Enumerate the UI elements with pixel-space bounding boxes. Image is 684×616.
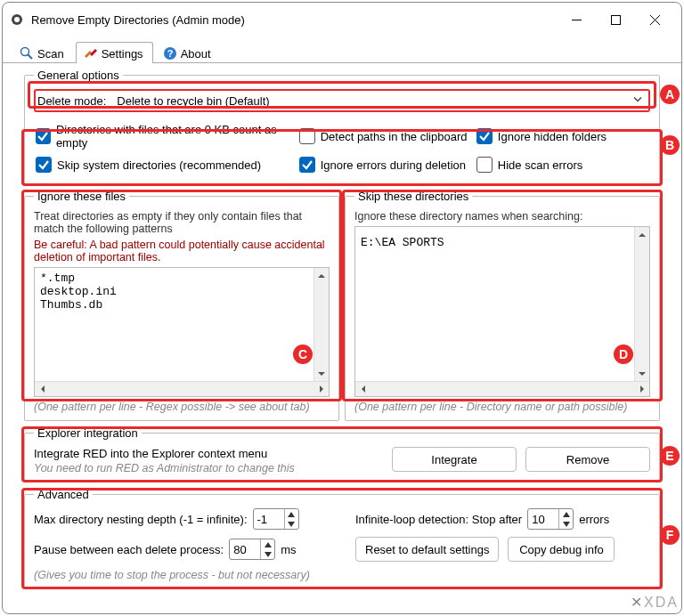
group-ignore-files: Ignore these files Treat directories as … — [24, 190, 339, 421]
titlebar: Remove Empty Directories (Admin mode) — [3, 3, 681, 36]
checkbox-label: Directories with files that are 0 KB cou… — [56, 123, 294, 150]
scrollbar-vertical[interactable] — [314, 268, 329, 381]
delete-mode-select[interactable]: Delete to recycle bin (Default) — [110, 89, 650, 112]
max-depth-label: Max directory nesting depth (-1 = infini… — [34, 513, 248, 526]
scroll-left-icon — [355, 382, 370, 397]
close-button[interactable] — [635, 6, 674, 33]
group-legend: General options — [34, 69, 123, 82]
window-title: Remove Empty Directories (Admin mode) — [31, 13, 557, 27]
integrate-button[interactable]: Integrate — [392, 447, 517, 472]
annotation-a: A — [660, 85, 680, 104]
select-value: Delete to recycle bin (Default) — [117, 94, 269, 108]
group-legend: Ignore these files — [34, 190, 129, 203]
infinite-loop-label-a: Infinite-loop detection: Stop after — [355, 513, 522, 526]
tab-scan[interactable]: Scan — [12, 42, 74, 63]
infinite-loop-spinner[interactable] — [527, 508, 574, 530]
pause-unit: ms — [281, 543, 296, 556]
svg-line-7 — [28, 54, 32, 59]
annotation-e: E — [660, 446, 680, 466]
checkbox-label: Hide scan errors — [498, 158, 582, 172]
max-depth-input[interactable] — [254, 509, 284, 529]
group-advanced: Advanced Max directory nesting depth (-1… — [24, 488, 660, 589]
pause-input[interactable] — [230, 539, 260, 559]
app-icon — [10, 12, 24, 27]
skip-dirs-subhint: (One pattern per line - Directory name o… — [354, 401, 650, 413]
checkbox-0kb-empty[interactable]: Directories with files that are 0 KB cou… — [36, 123, 294, 150]
spin-down-icon[interactable] — [285, 519, 298, 529]
explorer-line1: Integrate RED into the Explorer context … — [34, 447, 383, 460]
group-legend: Explorer integration — [34, 426, 142, 440]
checkbox-label: Ignore hidden folders — [498, 130, 607, 143]
group-legend: Advanced — [34, 488, 93, 501]
group-legend: Skip these directories — [354, 190, 472, 203]
scrollbar-horizontal[interactable] — [355, 381, 649, 396]
spin-up-icon[interactable] — [559, 509, 573, 519]
checkbox-label: Detect paths in the clipboard — [321, 130, 468, 143]
checkbox-detect-clipboard[interactable]: Detect paths in the clipboard — [299, 123, 471, 150]
textarea-content: E:\EA SPORTS — [355, 227, 649, 396]
checkbox-skip-system[interactable]: Skip system directories (recommended) — [36, 157, 294, 173]
scroll-up-icon — [314, 268, 330, 283]
tab-strip: Scan Settings ? About — [3, 36, 681, 63]
svg-text:?: ? — [167, 48, 173, 59]
minimize-button[interactable] — [557, 6, 596, 33]
scroll-up-icon — [635, 227, 650, 242]
svg-rect-3 — [611, 15, 620, 24]
tools-icon — [84, 46, 98, 61]
skip-dirs-textarea[interactable]: E:\EA SPORTS — [354, 226, 650, 397]
checkbox-label: Skip system directories (recommended) — [57, 158, 261, 172]
maximize-button[interactable] — [596, 6, 635, 33]
textarea-content: *.tmp desktop.ini Thumbs.db — [35, 268, 329, 396]
skip-dirs-hint: Ignore these directory names when search… — [354, 210, 650, 223]
tab-label: Scan — [37, 47, 64, 61]
tab-settings[interactable]: Settings — [76, 42, 153, 63]
pause-label: Pause between each delete process: — [34, 543, 224, 556]
ignore-files-subhint: (One pattern per line - Regex possible -… — [34, 401, 330, 413]
spin-up-icon[interactable] — [261, 539, 274, 549]
infinite-loop-input[interactable] — [528, 509, 558, 529]
scroll-right-icon — [634, 382, 649, 397]
annotation-b: B — [660, 135, 680, 155]
delete-mode-label: Delete mode: — [34, 89, 110, 112]
scrollbar-vertical[interactable] — [634, 227, 649, 381]
help-icon: ? — [163, 46, 177, 61]
infinite-loop-label-b: errors — [579, 513, 609, 526]
spin-down-icon[interactable] — [559, 519, 573, 529]
pause-spinner[interactable] — [229, 539, 275, 560]
ignore-files-hint: Treat directories as empty if they only … — [34, 210, 330, 235]
group-explorer: Explorer integration Integrate RED into … — [24, 426, 660, 482]
checkbox-hide-scan-errors[interactable]: Hide scan errors — [476, 157, 648, 173]
max-depth-spinner[interactable] — [253, 508, 299, 530]
scroll-down-icon — [314, 366, 330, 381]
scroll-left-icon — [35, 382, 50, 397]
pause-hint: (Gives you time to stop the process - bu… — [34, 569, 650, 581]
ignore-files-textarea[interactable]: *.tmp desktop.ini Thumbs.db — [34, 267, 330, 397]
tab-about[interactable]: ? About — [155, 42, 221, 63]
tab-label: About — [181, 47, 211, 61]
scroll-right-icon — [314, 382, 329, 397]
checkbox-label: Ignore errors during deletion — [321, 158, 466, 172]
group-skip-dirs: Skip these directories Ignore these dire… — [345, 190, 660, 421]
spin-up-icon[interactable] — [285, 509, 298, 519]
watermark: ✕XDA — [631, 594, 679, 611]
checkbox-ignore-hidden[interactable]: Ignore hidden folders — [476, 123, 648, 150]
svg-point-1 — [14, 17, 20, 22]
annotation-f: F — [660, 525, 680, 545]
tab-label: Settings — [102, 47, 143, 61]
scrollbar-horizontal[interactable] — [35, 381, 329, 396]
group-general: General options Delete mode: Delete to r… — [24, 69, 660, 184]
explorer-line2: You need to run RED as Administrator to … — [34, 462, 383, 474]
remove-button[interactable]: Remove — [525, 447, 650, 472]
spin-down-icon[interactable] — [261, 549, 274, 559]
scroll-down-icon — [635, 366, 650, 381]
reset-defaults-button[interactable]: Reset to default settings — [355, 537, 499, 562]
checkbox-ignore-errors[interactable]: Ignore errors during deletion — [299, 157, 471, 173]
ignore-files-warning: Be careful: A bad pattern could potentia… — [34, 239, 330, 263]
magnifier-icon — [20, 46, 34, 61]
copy-debug-button[interactable]: Copy debug info — [508, 537, 615, 562]
chevron-down-icon — [632, 94, 643, 108]
